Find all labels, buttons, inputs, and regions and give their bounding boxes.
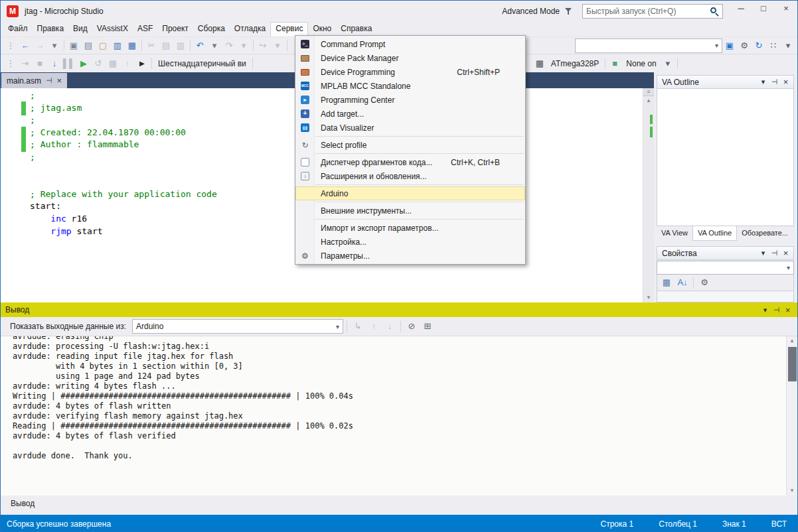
- status-line[interactable]: Строка 1: [601, 519, 634, 529]
- clear-all-icon[interactable]: ⊘: [404, 319, 419, 334]
- close-icon[interactable]: [780, 249, 791, 257]
- toolbar-overflow-icon[interactable]: ▾: [781, 38, 795, 53]
- tool-dropdown-icon[interactable]: ▾: [661, 56, 675, 71]
- tab-обозревате[interactable]: Обозревате...: [737, 226, 793, 241]
- status-column[interactable]: Столбец 1: [659, 519, 697, 529]
- menu-item-device-programming[interactable]: Device ProgrammingCtrl+Shift+P: [295, 65, 525, 79]
- output-source-combo[interactable]: Arduino ▾: [132, 319, 343, 334]
- auto-hide-pin-icon[interactable]: [769, 249, 780, 257]
- va-outline-header[interactable]: VA Outline: [657, 75, 794, 89]
- history-icon[interactable]: ↻: [752, 38, 766, 53]
- output-header[interactable]: Вывод: [1, 302, 797, 317]
- status-char[interactable]: Знак 1: [722, 519, 746, 529]
- minimize-button[interactable]: ─: [730, 1, 752, 18]
- properties-header[interactable]: Свойства: [657, 246, 794, 260]
- save-icon[interactable]: ▥: [110, 38, 125, 53]
- close-button[interactable]: ×: [775, 1, 797, 18]
- redo-dropdown-icon[interactable]: ▾: [236, 38, 251, 53]
- tab-close-icon[interactable]: [57, 76, 62, 85]
- navigate-backward-icon[interactable]: ←: [18, 38, 33, 53]
- auto-hide-pin-icon[interactable]: [771, 306, 782, 314]
- toolbar-grip[interactable]: ⋮: [3, 56, 18, 71]
- quick-launch-input[interactable]: [583, 7, 709, 16]
- goto-message-icon[interactable]: ↳: [351, 319, 365, 334]
- toggle-word-wrap-icon[interactable]: ⊞: [420, 319, 435, 334]
- hex-display-toggle[interactable]: Шестнадцатеричный ви: [154, 56, 250, 71]
- menu-файл[interactable]: Файл: [3, 22, 33, 36]
- tab-main-asm[interactable]: main.asm: [1, 73, 67, 88]
- navigate-to-dropdown-icon[interactable]: ▾: [270, 38, 285, 53]
- save-all-icon[interactable]: ▦: [125, 38, 139, 53]
- toolbar-grip[interactable]: ⋮: [3, 38, 18, 53]
- menu-asf[interactable]: ASF: [133, 22, 157, 36]
- menu-item-импорт-и-экспорт-параметров[interactable]: Импорт и экспорт параметров...: [295, 221, 525, 235]
- status-insert-mode[interactable]: ВСТ: [771, 519, 787, 529]
- menu-правка[interactable]: Правка: [33, 22, 69, 36]
- menu-item-mplab-mcc-standalone[interactable]: MCCMPLAB MCC Standalone: [295, 79, 525, 93]
- run-to-cursor-icon[interactable]: ⇥: [18, 56, 33, 71]
- undo-icon[interactable]: ↶: [193, 38, 207, 53]
- menu-вид[interactable]: Вид: [68, 22, 92, 36]
- cut-icon[interactable]: ✂: [144, 38, 159, 53]
- menu-item-data-visualizer[interactable]: ▮▮Data Visualizer: [295, 121, 525, 135]
- menu-vassistx[interactable]: VAssistX: [92, 22, 133, 36]
- tool-status-icon[interactable]: ■: [607, 56, 622, 71]
- menu-проект[interactable]: Проект: [157, 22, 193, 36]
- device-select-button[interactable]: ATmega328P: [547, 56, 603, 71]
- copy-icon[interactable]: ▤: [159, 38, 173, 53]
- menu-item-настройка[interactable]: Настройка...: [295, 235, 525, 249]
- solution-explorer-icon[interactable]: ▣: [722, 38, 737, 53]
- pause-icon[interactable]: ▌▌: [62, 56, 76, 71]
- menu-item-расширения-и-обновления[interactable]: ↓Расширения и обновления...: [295, 169, 525, 183]
- menu-сервис[interactable]: Сервис: [270, 22, 308, 36]
- stop-debugging-icon[interactable]: ■: [33, 56, 47, 71]
- peripheral-view-icon[interactable]: ▦: [106, 56, 120, 71]
- menu-item-диспетчер-фрагментов-кода[interactable]: Диспетчер фрагментов кода...Ctrl+K, Ctrl…: [295, 155, 525, 169]
- add-new-item-icon[interactable]: ▤: [81, 38, 96, 53]
- menu-item-параметры[interactable]: ⚙Параметры...: [295, 249, 525, 263]
- menu-справка[interactable]: Справка: [336, 22, 376, 36]
- auto-hide-pin-icon[interactable]: [769, 78, 780, 86]
- categorized-icon[interactable]: ▦: [659, 275, 674, 290]
- undo-dropdown-icon[interactable]: ▾: [207, 38, 222, 53]
- menu-item-command-prompt[interactable]: >_Command Prompt: [295, 37, 525, 51]
- scroll-up-icon[interactable]: [787, 336, 797, 346]
- alphabetical-sort-icon[interactable]: A↓: [675, 275, 690, 290]
- navigate-forward-icon[interactable]: →: [33, 38, 47, 53]
- properties-window-icon[interactable]: ⚙: [737, 38, 752, 53]
- scrollbar-thumb[interactable]: [788, 347, 797, 381]
- menu-окно[interactable]: Окно: [308, 22, 336, 36]
- output-vertical-scrollbar[interactable]: [786, 336, 797, 496]
- property-pages-icon[interactable]: ⚙: [697, 275, 712, 290]
- step-into-icon[interactable]: ↓: [47, 56, 62, 71]
- menu-item-внешние-инструменты[interactable]: Внешние инструменты...: [295, 204, 525, 218]
- tool-select-button[interactable]: None on: [622, 56, 660, 71]
- navigate-to-icon[interactable]: ↪: [256, 38, 270, 53]
- paste-icon[interactable]: ▥: [173, 38, 188, 53]
- redo-icon[interactable]: ↷: [222, 38, 236, 53]
- close-icon[interactable]: [782, 306, 793, 314]
- tab-va-outline[interactable]: VA Outline: [692, 226, 737, 241]
- menu-отладка[interactable]: Отладка: [230, 22, 270, 36]
- open-file-icon[interactable]: ▢: [96, 38, 110, 53]
- reset-icon[interactable]: ↺: [91, 56, 106, 71]
- navigate-history-dropdown-icon[interactable]: ▾: [47, 38, 62, 53]
- tab-output[interactable]: Вывод: [11, 499, 35, 508]
- start-debugging-icon[interactable]: ▶: [76, 56, 91, 71]
- menu-item-select-profile[interactable]: ↻Select profile: [295, 138, 525, 152]
- scroll-up-icon[interactable]: [643, 96, 654, 105]
- close-icon[interactable]: [780, 78, 791, 86]
- tab-pin-icon[interactable]: [46, 77, 52, 84]
- show-next-statement-icon[interactable]: ►: [135, 56, 149, 71]
- menu-item-arduino[interactable]: Arduino: [295, 186, 525, 200]
- properties-object-combo[interactable]: ▾: [657, 261, 794, 275]
- window-menu-icon[interactable]: [758, 249, 769, 257]
- splitter-handle[interactable]: [643, 88, 654, 96]
- window-menu-icon[interactable]: [759, 306, 771, 314]
- goto-next-message-icon[interactable]: ↓: [382, 319, 397, 334]
- find-combo[interactable]: ▾: [575, 38, 722, 53]
- advanced-mode-button[interactable]: Advanced Mode: [502, 7, 573, 16]
- scroll-down-icon[interactable]: [643, 105, 654, 115]
- device-chip-icon[interactable]: ▦: [532, 56, 547, 71]
- new-project-icon[interactable]: ▣: [66, 38, 81, 53]
